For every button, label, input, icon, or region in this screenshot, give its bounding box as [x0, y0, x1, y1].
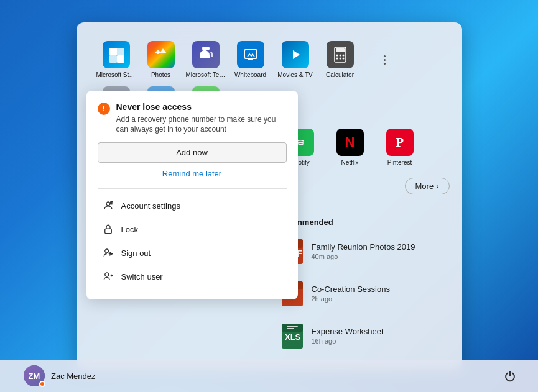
svg-point-39: [104, 249, 108, 253]
app-label-whiteboard: Whiteboard: [234, 71, 266, 79]
svg-text:XLS: XLS: [285, 332, 301, 342]
app-label-netflix: Netflix: [341, 159, 359, 166]
calculator-icon: [327, 41, 354, 68]
recent-file-1[interactable]: PDF Family Reunion Photos 2019 40m ago: [276, 232, 450, 271]
svg-rect-0: [109, 48, 117, 55]
three-dots-icon: [381, 50, 388, 70]
svg-rect-33: [287, 328, 294, 329]
file-name-2: Co-Creation Sessions: [312, 285, 445, 294]
svg-point-4: [157, 52, 159, 54]
sign-out-label: Sign out: [121, 248, 151, 258]
app-label-movies-tv: Movies & TV: [277, 71, 313, 79]
app-microsoft-store[interactable]: Microsoft Store: [94, 37, 139, 83]
app-label-calculator: Calculator: [326, 71, 354, 79]
app-whiteboard[interactable]: Whiteboard: [228, 37, 273, 83]
file-icon-3: XLS: [281, 322, 304, 350]
switch-user-icon: [103, 271, 114, 282]
app-label-photos: Photos: [151, 71, 170, 79]
svg-rect-3: [117, 55, 124, 63]
svg-point-34: [106, 202, 110, 206]
file-name-3: Expense Worksheet: [312, 327, 445, 336]
avatar: ZM: [24, 365, 45, 386]
remind-later-link[interactable]: Remind me later: [98, 169, 287, 178]
file-time-1: 40m ago: [312, 253, 445, 260]
user-name: Zac Mendez: [51, 371, 96, 381]
svg-rect-1: [117, 48, 124, 55]
svg-rect-5: [244, 50, 257, 58]
teams-icon: [192, 41, 220, 68]
menu-divider: [98, 188, 287, 189]
power-icon: [504, 370, 516, 382]
switch-user-label: Switch user: [121, 272, 163, 281]
avatar-notification-badge: [39, 381, 45, 387]
svg-point-12: [339, 54, 341, 56]
app-teams[interactable]: Microsoft Teams: [183, 37, 228, 83]
lock-label: Lock: [121, 225, 138, 234]
app-netflix[interactable]: N Netflix: [325, 125, 375, 170]
svg-rect-31: [282, 324, 303, 332]
netflix-icon: N: [336, 129, 364, 156]
more-dots-button[interactable]: [363, 37, 407, 83]
svg-point-15: [339, 57, 341, 59]
svg-point-16: [342, 57, 344, 59]
account-settings-icon: [103, 200, 114, 211]
svg-rect-10: [336, 48, 345, 52]
pinterest-icon: P: [386, 129, 414, 156]
recent-file-2[interactable]: PDF Co-Creation Sessions 2h ago: [276, 274, 450, 314]
file-time-2: 2h ago: [312, 295, 445, 303]
photos-icon: [147, 41, 175, 68]
apps-row-1: Microsoft Store Photos: [94, 37, 445, 83]
user-info[interactable]: ZM Zac Mendez: [17, 362, 102, 390]
avatar-image: ZM: [24, 365, 45, 386]
svg-rect-2: [109, 55, 117, 63]
lock-icon: [103, 224, 114, 235]
more-chevron-icon: ›: [436, 181, 438, 191]
recommended-header: Recommended: [276, 217, 450, 227]
app-label-pinterest: Pinterest: [387, 159, 412, 166]
sign-out-item[interactable]: Sign out: [98, 241, 287, 265]
lock-item[interactable]: Lock: [98, 217, 287, 241]
add-now-button[interactable]: Add now: [98, 142, 287, 163]
app-movies-tv[interactable]: Movies & TV: [273, 37, 318, 83]
app-photos[interactable]: Photos: [139, 37, 183, 83]
section-divider: [276, 212, 450, 212]
power-button[interactable]: [499, 365, 521, 386]
switch-user-item[interactable]: Switch user: [98, 265, 287, 288]
recent-file-3[interactable]: XLS Expense Worksheet 16h ago: [276, 316, 450, 356]
more-button[interactable]: More ›: [405, 178, 450, 194]
account-settings-item[interactable]: Account settings: [98, 194, 287, 217]
more-button-label: More: [415, 181, 434, 191]
popup-header: ! Never lose access Add a recovery phone…: [98, 102, 287, 135]
app-pinterest[interactable]: P Pinterest: [375, 125, 425, 170]
file-info-2: Co-Creation Sessions 2h ago: [312, 285, 445, 303]
add-now-label: Add now: [176, 148, 208, 157]
svg-point-41: [104, 273, 108, 276]
file-time-3: 16h ago: [312, 337, 445, 345]
svg-marker-8: [293, 50, 300, 59]
svg-rect-38: [104, 229, 111, 234]
svg-point-11: [336, 54, 338, 56]
app-calculator[interactable]: Calculator: [318, 37, 363, 83]
app-label-teams: Microsoft Teams: [186, 71, 226, 79]
app-label-microsoft-store: Microsoft Store: [96, 71, 136, 79]
popup-description: Add a recovery phone number to make sure…: [116, 114, 287, 135]
svg-point-14: [336, 57, 338, 59]
file-name-1: Family Reunion Photos 2019: [312, 242, 445, 252]
movies-tv-icon: [282, 41, 309, 68]
file-info-1: Family Reunion Photos 2019 40m ago: [312, 242, 445, 260]
account-settings-label: Account settings: [121, 201, 180, 211]
more-button-container: More ›: [276, 175, 450, 201]
start-menu: Microsoft Store Photos: [77, 22, 462, 370]
right-panel: Spotify N Netflix P Pinterest: [276, 120, 450, 364]
popup-title: Never lose access: [116, 102, 287, 112]
whiteboard-icon: [237, 41, 264, 68]
file-info-3: Expense Worksheet 16h ago: [312, 327, 445, 345]
svg-rect-32: [287, 326, 298, 327]
right-apps-grid: Spotify N Netflix P Pinterest: [276, 125, 450, 170]
warning-icon: !: [98, 103, 110, 115]
svg-point-13: [342, 54, 344, 56]
never-lose-access-popup: ! Never lose access Add a recovery phone…: [86, 91, 298, 300]
microsoft-store-icon: [103, 41, 130, 68]
taskbar: ZM Zac Mendez: [0, 360, 538, 392]
sign-out-icon: [103, 247, 114, 258]
